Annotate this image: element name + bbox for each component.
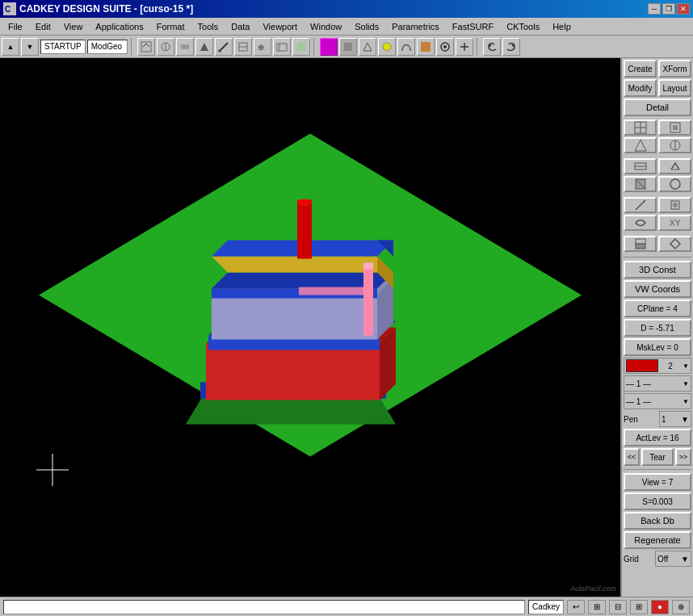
- tb-icon-15[interactable]: [417, 38, 435, 56]
- menu-item-applications[interactable]: Applications: [89, 20, 149, 33]
- view-display: View = 7: [624, 473, 691, 491]
- tb-icon-4[interactable]: [195, 38, 213, 56]
- menu-bar: FileEditViewApplicationsFormatToolsDataV…: [0, 18, 693, 36]
- const-3d-button[interactable]: 3D Const: [624, 261, 691, 279]
- create-button[interactable]: Create: [624, 60, 657, 78]
- tb-icon-7[interactable]: ⊕: [254, 38, 271, 56]
- icon-btn-12[interactable]: XY: [658, 215, 691, 231]
- svg-rect-34: [212, 295, 377, 340]
- icon-btn-9[interactable]: [624, 197, 657, 213]
- icon-btn-4[interactable]: [658, 137, 691, 153]
- pen-row: Pen 1 ▼: [624, 411, 691, 427]
- menu-item-data[interactable]: Data: [225, 20, 256, 33]
- up-arrow-button[interactable]: ▲: [2, 38, 19, 56]
- regenerate-button[interactable]: Regenerate: [624, 531, 691, 549]
- icon-btn-6[interactable]: [658, 158, 691, 174]
- tear-left-button[interactable]: <<: [624, 448, 640, 466]
- tear-right-button[interactable]: >>: [675, 448, 691, 466]
- menu-item-fastsurf[interactable]: FastSURF: [446, 20, 500, 33]
- icon-grid-3: XY: [624, 197, 691, 231]
- icon-btn-14[interactable]: [658, 236, 691, 252]
- toolbar-sep-2: [313, 38, 317, 56]
- minimize-button[interactable]: ─: [648, 3, 661, 15]
- icon-btn-7[interactable]: [624, 176, 657, 192]
- undo-button[interactable]: [483, 38, 501, 56]
- svg-rect-48: [299, 287, 363, 295]
- svg-point-8: [218, 49, 221, 52]
- pen-label: Pen: [624, 415, 638, 424]
- menu-item-cktools[interactable]: CKTools: [500, 20, 546, 33]
- pen-dropdown-arrow: ▼: [681, 415, 689, 424]
- tb-icon-2[interactable]: [157, 38, 174, 56]
- tb-icon-12[interactable]: [359, 38, 376, 56]
- line1-dropdown-arrow: ▼: [682, 380, 689, 388]
- menu-item-view[interactable]: View: [57, 20, 90, 33]
- menu-item-file[interactable]: File: [2, 20, 29, 33]
- status-icon-4[interactable]: ⊞: [630, 600, 648, 614]
- tb-icon-9[interactable]: [292, 38, 310, 56]
- svg-rect-29: [206, 344, 380, 400]
- status-icon-5[interactable]: ●: [651, 600, 669, 614]
- icon-btn-8[interactable]: [658, 176, 691, 192]
- main-area: AulaPacil.com Create XForm Modify Layout…: [0, 58, 693, 597]
- color-dropdown[interactable]: 2 ▼: [624, 358, 691, 374]
- icon-btn-11[interactable]: [624, 215, 657, 231]
- menu-item-parametrics[interactable]: Parametrics: [385, 20, 446, 33]
- tb-icon-6[interactable]: [234, 38, 252, 56]
- status-icon-2[interactable]: ⊞: [588, 600, 606, 614]
- svg-rect-43: [297, 203, 312, 259]
- pen-dropdown[interactable]: 1 ▼: [659, 411, 691, 427]
- status-icon-3[interactable]: ⊟: [609, 600, 627, 614]
- restore-button[interactable]: ❐: [662, 3, 675, 15]
- icon-btn-13[interactable]: [624, 236, 657, 252]
- menu-item-tools[interactable]: Tools: [191, 20, 225, 33]
- tb-icon-14[interactable]: [397, 38, 415, 56]
- menu-item-help[interactable]: Help: [546, 20, 578, 33]
- menu-item-format[interactable]: Format: [150, 20, 191, 33]
- tb-icon-3[interactable]: [176, 38, 194, 56]
- tb-icon-1[interactable]: [137, 38, 155, 56]
- menu-item-solids[interactable]: Solids: [348, 20, 385, 33]
- back-db-button[interactable]: Back Db: [624, 512, 691, 530]
- tb-icon-11[interactable]: [339, 38, 357, 56]
- layout-button[interactable]: Layout: [658, 79, 691, 97]
- grid-dropdown[interactable]: Off ▼: [655, 551, 691, 567]
- line1-dropdown[interactable]: — 1 — ▼: [624, 375, 691, 392]
- redo-button[interactable]: [502, 38, 520, 56]
- icon-btn-3[interactable]: [624, 137, 657, 153]
- svg-point-19: [443, 45, 447, 48]
- menu-item-viewport[interactable]: Viewport: [256, 20, 304, 33]
- tb-icon-8[interactable]: [273, 38, 291, 56]
- xform-button[interactable]: XForm: [658, 60, 691, 78]
- tb-icon-10[interactable]: [320, 38, 338, 56]
- modify-button[interactable]: Modify: [624, 79, 657, 97]
- tb-icon-17[interactable]: [456, 38, 473, 56]
- tb-icon-16[interactable]: [436, 38, 454, 56]
- startup-label: STARTUP: [40, 40, 86, 54]
- tb-icon-5[interactable]: [215, 38, 233, 56]
- icon-btn-10[interactable]: [658, 197, 691, 213]
- status-icon-6[interactable]: ⊕: [672, 600, 690, 614]
- tear-button[interactable]: Tear: [641, 448, 674, 466]
- vw-coords-button[interactable]: VW Coords: [624, 280, 691, 298]
- icon-btn-5[interactable]: [624, 158, 657, 174]
- grid-dropdown-arrow: ▼: [681, 555, 689, 564]
- detail-button[interactable]: Detail: [624, 98, 691, 116]
- close-button[interactable]: ✕: [677, 3, 690, 15]
- menu-item-edit[interactable]: Edit: [29, 20, 57, 33]
- create-xform-row: Create XForm: [624, 60, 691, 78]
- tb-icon-13[interactable]: [378, 38, 396, 56]
- title-buttons[interactable]: ─ ❐ ✕: [648, 3, 690, 15]
- grid-value: Off: [657, 555, 668, 564]
- viewport[interactable]: AulaPacil.com: [0, 58, 620, 597]
- menu-item-window[interactable]: Window: [304, 20, 348, 33]
- status-icon-1[interactable]: ↩: [567, 600, 585, 614]
- line2-dropdown[interactable]: — 1 — ▼: [624, 393, 691, 409]
- down-arrow-button[interactable]: ▼: [21, 38, 39, 56]
- icon-btn-1[interactable]: [624, 119, 657, 136]
- svg-text:C: C: [5, 5, 10, 14]
- icon-btn-2[interactable]: [658, 119, 691, 136]
- panel-sep-1: [624, 257, 691, 258]
- svg-line-7: [220, 43, 228, 51]
- panel-sep-2: [624, 469, 691, 470]
